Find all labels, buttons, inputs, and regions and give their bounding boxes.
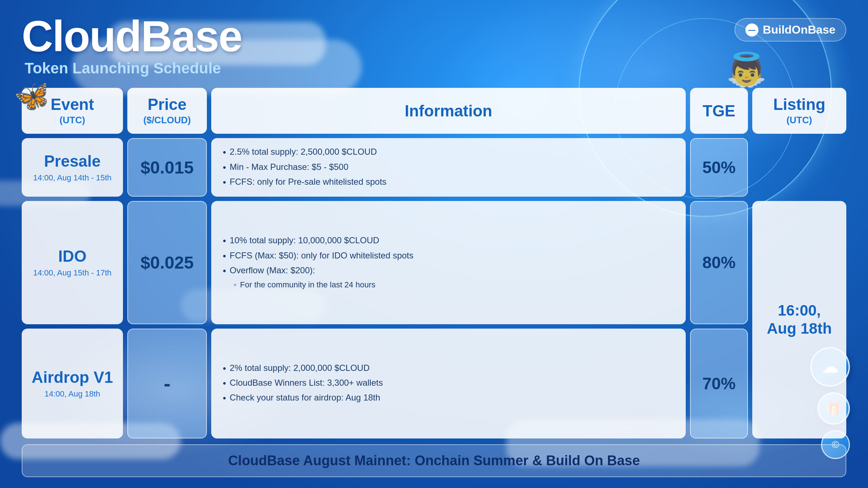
ido-info-sub-1: For the community in the last 24 hours bbox=[234, 280, 674, 290]
ido-tge-cell: 80% bbox=[690, 201, 748, 324]
airdrop-info-cell: 2% total supply: 2,000,000 $CLOUD CloudB… bbox=[211, 329, 686, 438]
col-listing-title: Listing bbox=[773, 96, 825, 113]
airdrop-tge-cell: 70% bbox=[690, 329, 748, 438]
listing-cell-shared: 16:00,Aug 18th bbox=[752, 201, 846, 438]
logo-title: CloudBase bbox=[22, 14, 242, 58]
table-header-row: Event (UTC) Price ($/CLOUD) Information … bbox=[22, 88, 846, 134]
table-container: Event (UTC) Price ($/CLOUD) Information … bbox=[22, 88, 846, 438]
col-info-title: Information bbox=[405, 102, 492, 120]
presale-info-item-2: Min - Max Purchase: $5 - $500 bbox=[223, 162, 674, 173]
buildonbase-icon: — bbox=[745, 23, 758, 37]
ido-info-item-2: FCFS (Max: $50): only for IDO whiteliste… bbox=[223, 251, 674, 262]
presale-event-time: 14:00, Aug 14th - 15th bbox=[33, 173, 112, 183]
logo-subtitle: Token Launching Schedule bbox=[25, 60, 242, 77]
ido-price-value: $0.025 bbox=[141, 253, 194, 273]
ido-event-time: 14:00, Aug 15th - 17th bbox=[33, 268, 112, 278]
col-header-tge: TGE bbox=[690, 88, 748, 134]
presale-listing-cell bbox=[752, 138, 846, 197]
ido-info-item-3: Overflow (Max: $200): bbox=[223, 265, 674, 277]
header: CloudBase Token Launching Schedule — Bui… bbox=[22, 14, 846, 77]
airdrop-event-name: Airdrop V1 bbox=[32, 368, 113, 386]
col-tge-title: TGE bbox=[703, 102, 735, 120]
airdrop-tge-value: 70% bbox=[702, 374, 736, 393]
butterfly-decoration: 🦋 bbox=[12, 77, 54, 116]
col-listing-sub: (UTC) bbox=[787, 115, 812, 126]
col-event-title: Event bbox=[51, 96, 94, 113]
row-presale: Presale 14:00, Aug 14th - 15th $0.015 2.… bbox=[22, 138, 846, 197]
airdrop-event-time: 14:00, Aug 18th bbox=[44, 389, 100, 399]
airdrop-info-item-2: CloudBase Winners List: 3,300+ wallets bbox=[223, 378, 674, 389]
col-header-listing: Listing (UTC) bbox=[752, 88, 846, 134]
presale-tge-cell: 50% bbox=[690, 138, 748, 197]
ido-info-item-1: 10% total supply: 10,000,000 $CLOUD bbox=[223, 235, 674, 247]
col-event-sub: (UTC) bbox=[60, 115, 85, 126]
angel-decoration: 👼 bbox=[726, 51, 767, 89]
col-price-sub: ($/CLOUD) bbox=[143, 115, 191, 126]
presale-info-cell: 2.5% total supply: 2,500,000 $CLOUD Min … bbox=[211, 138, 686, 197]
ido-tge-value: 80% bbox=[702, 253, 736, 272]
rows-ido-airdrop: IDO 14:00, Aug 15th - 17th $0.025 10% to… bbox=[22, 201, 846, 438]
buildonbase-logo: — BuildOnBase bbox=[735, 18, 846, 42]
ido-info-list: 10% total supply: 10,000,000 $CLOUD FCFS… bbox=[223, 235, 674, 290]
airdrop-info-item-3: Check your status for airdrop: Aug 18th bbox=[223, 393, 674, 404]
ido-event-name: IDO bbox=[58, 247, 86, 265]
footer-text: CloudBase August Mainnet: Onchain Summer… bbox=[228, 453, 640, 468]
ido-event-cell: IDO 14:00, Aug 15th - 17th bbox=[22, 201, 123, 324]
presale-tge-value: 50% bbox=[702, 158, 736, 177]
listing-value: 16:00,Aug 18th bbox=[767, 301, 832, 338]
presale-price-cell: $0.015 bbox=[127, 138, 207, 197]
presale-event-cell: Presale 14:00, Aug 14th - 15th bbox=[22, 138, 123, 197]
ido-price-cell: $0.025 bbox=[127, 201, 207, 324]
col-header-info: Information bbox=[211, 88, 686, 134]
buildonbase-text: BuildOnBase bbox=[763, 23, 835, 37]
presale-event-name: Presale bbox=[44, 152, 101, 170]
col-header-price: Price ($/CLOUD) bbox=[127, 88, 207, 134]
presale-info-list: 2.5% total supply: 2,500,000 $CLOUD Min … bbox=[223, 147, 674, 188]
footer: CloudBase August Mainnet: Onchain Summer… bbox=[22, 444, 846, 477]
presale-info-item-3: FCFS: only for Pre-sale whitelisted spot… bbox=[223, 177, 674, 188]
main-content: CloudBase Token Launching Schedule — Bui… bbox=[0, 0, 868, 488]
airdrop-event-cell: Airdrop V1 14:00, Aug 18th bbox=[22, 329, 123, 438]
airdrop-info-list: 2% total supply: 2,000,000 $CLOUD CloudB… bbox=[223, 363, 674, 404]
airdrop-price-value: - bbox=[164, 372, 171, 395]
airdrop-info-item-1: 2% total supply: 2,000,000 $CLOUD bbox=[223, 363, 674, 374]
presale-info-item-1: 2.5% total supply: 2,500,000 $CLOUD bbox=[223, 147, 674, 158]
presale-price-value: $0.015 bbox=[141, 158, 194, 177]
ido-info-cell: 10% total supply: 10,000,000 $CLOUD FCFS… bbox=[211, 201, 686, 324]
col-price-title: Price bbox=[148, 96, 187, 113]
airdrop-price-cell: - bbox=[127, 329, 207, 438]
logo-section: CloudBase Token Launching Schedule bbox=[22, 14, 242, 77]
